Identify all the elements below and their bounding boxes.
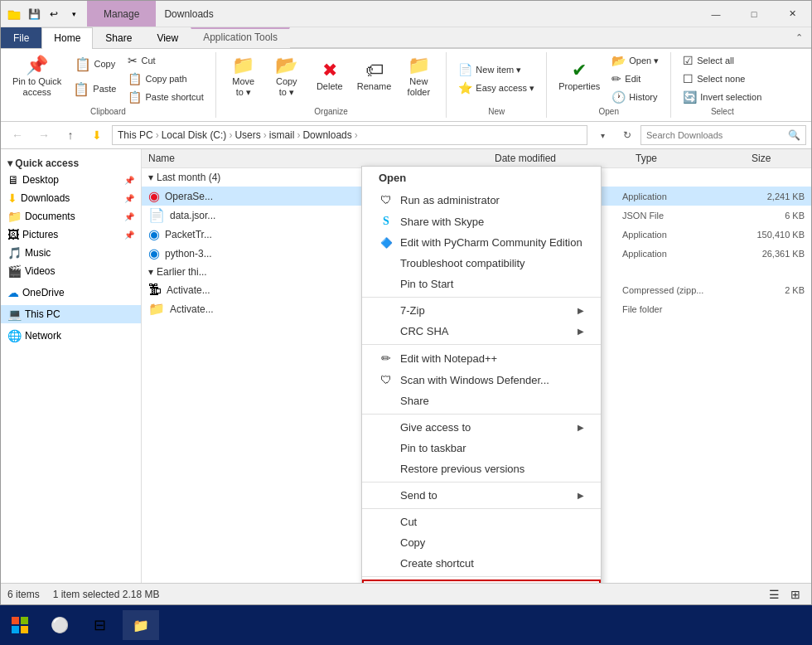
ctx-delete[interactable]: Delete bbox=[362, 580, 601, 583]
sidebar-item-videos[interactable]: 🎬 Videos bbox=[1, 262, 141, 280]
new-folder-button[interactable]: 📁 Newfolder bbox=[398, 52, 439, 102]
undo-btn[interactable]: ↩ bbox=[46, 4, 62, 24]
col-size[interactable]: Size bbox=[745, 149, 811, 167]
ctx-copy[interactable]: Copy bbox=[362, 532, 601, 553]
tab-file[interactable]: File bbox=[1, 27, 41, 48]
ctx-edit-pycharm[interactable]: 🔷 Edit with PyCharm Community Edition bbox=[362, 232, 601, 253]
copy-path-button[interactable]: 📋 Copy path bbox=[123, 70, 208, 87]
quick-save-btn[interactable]: 💾 bbox=[26, 4, 42, 24]
refresh-button[interactable]: ↻ bbox=[617, 125, 637, 145]
ctx-restore-versions[interactable]: Restore previous versions bbox=[362, 458, 601, 479]
ctx-scan-defender[interactable]: 🛡 Scan with Windows Defender... bbox=[362, 369, 601, 390]
forward-button[interactable]: → bbox=[32, 125, 56, 145]
folder-icon bbox=[6, 6, 22, 22]
maximize-button[interactable]: □ bbox=[735, 1, 773, 27]
thispc-icon: 💻 bbox=[7, 308, 22, 321]
customize-btn[interactable]: ▾ bbox=[65, 4, 82, 24]
ctx-open[interactable]: Open bbox=[362, 167, 601, 189]
move-to-button[interactable]: 📁 Moveto ▾ bbox=[223, 52, 264, 102]
ctx-share[interactable]: Share bbox=[362, 390, 601, 411]
tab-view[interactable]: View bbox=[144, 27, 191, 48]
taskbar-explorer[interactable]: 📁 bbox=[123, 610, 159, 640]
submenu-arrow-sendto: ▶ bbox=[578, 491, 584, 500]
tab-application-tools[interactable]: Application Tools bbox=[191, 27, 290, 48]
edit-button[interactable]: ✏ Edit bbox=[607, 70, 664, 87]
ctx-cut[interactable]: Cut bbox=[362, 512, 601, 532]
history-icon: 🕐 bbox=[611, 90, 626, 104]
invert-selection-button[interactable]: 🔄 Invert selection bbox=[678, 89, 766, 105]
history-button[interactable]: 🕐 History bbox=[607, 89, 664, 105]
select-none-icon: ☐ bbox=[683, 72, 694, 85]
col-date[interactable]: Date modified bbox=[488, 149, 629, 167]
cut-button[interactable]: ✂ Cut bbox=[123, 52, 208, 69]
sidebar-item-network[interactable]: 🌐 Network bbox=[1, 327, 141, 345]
ctx-troubleshoot[interactable]: Troubleshoot compatibility bbox=[362, 253, 601, 274]
start-button[interactable] bbox=[0, 605, 40, 645]
close-button[interactable]: ✕ bbox=[773, 1, 811, 27]
rename-button[interactable]: 🏷 Rename bbox=[352, 52, 397, 102]
minimize-button[interactable]: — bbox=[697, 1, 735, 27]
back-button[interactable]: ← bbox=[6, 125, 29, 145]
ctx-run-admin[interactable]: 🛡 Run as administrator bbox=[362, 189, 601, 211]
title-downloads: Downloads bbox=[156, 1, 221, 27]
pin-to-quick-button[interactable]: 📌 Pin to Quickaccess bbox=[7, 52, 66, 102]
ribbon-group-open: ✔ Properties 📂 Open ▾ ✏ Edit � bbox=[547, 52, 671, 118]
paste-shortcut-button[interactable]: 📋 Paste shortcut bbox=[123, 89, 208, 105]
properties-icon: ✔ bbox=[572, 61, 587, 80]
paste-button[interactable]: 📋 Paste bbox=[68, 77, 121, 100]
address-path[interactable]: This PC › Local Disk (C:) › Users › isma… bbox=[112, 125, 587, 145]
manage-tab[interactable]: Manage bbox=[87, 1, 156, 27]
col-name[interactable]: Name bbox=[142, 149, 488, 167]
copy-button[interactable]: 📋 Copy bbox=[68, 52, 121, 75]
up-button[interactable]: ↑ bbox=[59, 125, 82, 145]
sidebar-item-desktop[interactable]: 🖥 Desktop 📌 bbox=[1, 171, 141, 189]
group-arrow: ▾ bbox=[148, 172, 153, 183]
task-view-button[interactable]: ⊟ bbox=[80, 605, 119, 645]
properties-button[interactable]: ✔ Properties bbox=[553, 52, 605, 102]
new-item-button[interactable]: 📄 New item ▾ bbox=[453, 61, 526, 78]
file-icon-packet: ◉ bbox=[148, 226, 160, 242]
file-icon-opera: ◉ bbox=[148, 188, 160, 204]
ctx-give-access[interactable]: Give access to ▶ bbox=[362, 417, 601, 438]
sidebar-item-downloads[interactable]: ⬇ Downloads 📌 bbox=[1, 189, 141, 207]
cortana-button[interactable]: ⚪ bbox=[40, 605, 80, 645]
ctx-edit-notepad[interactable]: ✏ Edit with Notepad++ bbox=[362, 347, 601, 369]
ctx-crcsha[interactable]: CRC SHA ▶ bbox=[362, 321, 601, 342]
search-input[interactable] bbox=[646, 130, 785, 140]
edit-icon: ✏ bbox=[611, 72, 621, 85]
select-label: Select bbox=[711, 107, 734, 118]
ctx-pin-taskbar[interactable]: Pin to taskbar bbox=[362, 438, 601, 458]
search-box[interactable]: 🔍 bbox=[640, 125, 806, 145]
delete-button[interactable]: ✖ Delete bbox=[309, 52, 350, 102]
invert-icon: 🔄 bbox=[683, 90, 697, 104]
ctx-7zip[interactable]: 7-Zip ▶ bbox=[362, 300, 601, 321]
ribbon-toggle[interactable]: ⌃ bbox=[786, 27, 811, 48]
open-button[interactable]: 📂 Open ▾ bbox=[607, 52, 664, 69]
pictures-icon: 🖼 bbox=[7, 228, 19, 241]
sidebar-item-pictures[interactable]: 🖼 Pictures 📌 bbox=[1, 226, 141, 244]
details-view-button[interactable]: ☰ bbox=[765, 585, 783, 604]
sidebar-item-documents[interactable]: 📁 Documents 📌 bbox=[1, 207, 141, 226]
sidebar-item-music[interactable]: 🎵 Music bbox=[1, 244, 141, 262]
tab-home[interactable]: Home bbox=[41, 27, 93, 49]
total-items: 6 items bbox=[7, 589, 40, 600]
quick-access-section: ▾ Quick access bbox=[1, 153, 141, 171]
videos-icon: 🎬 bbox=[7, 264, 22, 278]
path-dropdown-button[interactable]: ▾ bbox=[591, 125, 614, 145]
select-none-button[interactable]: ☐ Select none bbox=[678, 70, 750, 87]
ctx-create-shortcut[interactable]: Create shortcut bbox=[362, 553, 601, 574]
tab-share[interactable]: Share bbox=[93, 27, 144, 48]
copy-to-button[interactable]: 📂 Copyto ▾ bbox=[266, 52, 307, 102]
ctx-send-to[interactable]: Send to ▶ bbox=[362, 485, 601, 506]
select-all-button[interactable]: ☑ Select all bbox=[678, 52, 739, 69]
ribbon: File Home Share View Application Tools ⌃… bbox=[1, 27, 811, 122]
pin-icon-documents: 📌 bbox=[124, 212, 134, 221]
sidebar-item-thispc[interactable]: 💻 This PC bbox=[1, 305, 141, 323]
large-icons-view-button[interactable]: ⊞ bbox=[786, 585, 805, 604]
ctx-share-skype[interactable]: S Share with Skype bbox=[362, 211, 601, 232]
copy-path-icon: 📋 bbox=[128, 72, 142, 85]
col-type[interactable]: Type bbox=[629, 149, 745, 167]
ctx-pin-start[interactable]: Pin to Start bbox=[362, 274, 601, 294]
easy-access-button[interactable]: ⭐ Easy access ▾ bbox=[453, 80, 539, 96]
sidebar-item-onedrive[interactable]: ☁ OneDrive bbox=[1, 284, 141, 302]
